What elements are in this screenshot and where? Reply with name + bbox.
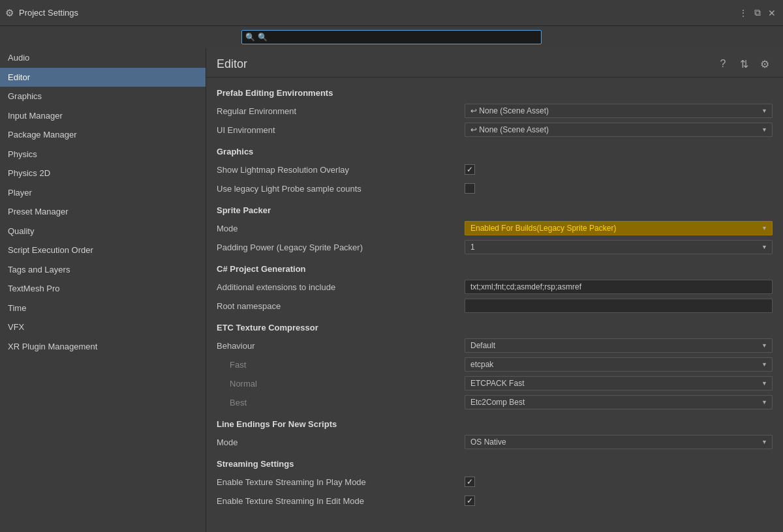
lightmap-overlay-control (465, 164, 773, 175)
streaming-edit-mode-label: Enable Texture Streaming In Edit Mode (217, 496, 465, 506)
section-sprite-packer-title: Sprite Packer (217, 205, 773, 215)
sidebar-item-preset-manager[interactable]: Preset Manager (0, 202, 206, 222)
sidebar-item-player[interactable]: Player (0, 183, 206, 203)
search-wrapper: 🔍 (241, 30, 542, 44)
line-endings-mode-label: Mode (217, 437, 465, 447)
line-endings-mode-dropdown-wrapper: OS Native (465, 435, 773, 449)
root-namespace-input[interactable] (465, 299, 773, 313)
sidebar-item-physics[interactable]: Physics (0, 145, 206, 164)
setting-streaming-play-mode: Enable Texture Streaming In Play Mode (217, 474, 773, 490)
setting-regular-environment: Regular Environment ↩ None (Scene Asset) (217, 103, 773, 119)
light-probe-checkbox-wrapper (465, 183, 773, 194)
sidebar-item-vfx[interactable]: VFX (0, 318, 206, 337)
search-icon: 🔍 (245, 33, 255, 42)
sidebar-item-quality[interactable]: Quality (0, 222, 206, 241)
setting-fast: Fast etcpak (217, 357, 773, 372)
search-input[interactable] (241, 30, 542, 44)
normal-control: ETCPACK Fast (465, 376, 773, 391)
root-namespace-control (465, 299, 773, 313)
streaming-play-mode-checkbox-wrapper (465, 477, 773, 487)
sidebar-item-input-manager[interactable]: Input Manager (0, 106, 206, 126)
best-dropdown-wrapper: Etc2Comp Best (465, 395, 773, 409)
behaviour-dropdown[interactable]: Default (465, 338, 773, 353)
setting-best: Best Etc2Comp Best (217, 394, 773, 410)
streaming-play-mode-checkbox[interactable] (465, 477, 475, 487)
setting-streaming-edit-mode: Enable Texture Streaming In Edit Mode (217, 493, 773, 509)
title-bar-controls: ⋮ ⧉ ✕ (737, 7, 778, 19)
behaviour-label: Behaviour (217, 341, 465, 351)
sprite-mode-dropdown[interactable]: Enabled For Builds(Legacy Sprite Packer) (465, 221, 773, 235)
regular-environment-control: ↩ None (Scene Asset) (465, 104, 773, 118)
ui-environment-label: UI Environment (217, 125, 465, 135)
light-probe-checkbox[interactable] (465, 183, 475, 194)
regular-environment-label: Regular Environment (217, 106, 465, 116)
ui-environment-dropdown-wrapper: ↩ None (Scene Asset) (465, 123, 773, 137)
line-endings-mode-dropdown[interactable]: OS Native (465, 435, 773, 449)
light-probe-label: Use legacy Light Probe sample counts (217, 184, 465, 194)
additional-extensions-control (465, 280, 773, 294)
gear-button[interactable]: ⚙ (757, 56, 773, 72)
sprite-mode-control: Enabled For Builds(Legacy Sprite Packer) (465, 221, 773, 235)
sidebar-item-textmesh-pro[interactable]: TextMesh Pro (0, 279, 206, 299)
adjust-button[interactable]: ⇅ (736, 56, 752, 72)
setting-sprite-mode: Mode Enabled For Builds(Legacy Sprite Pa… (217, 220, 773, 236)
streaming-play-mode-label: Enable Texture Streaming In Play Mode (217, 477, 465, 487)
content-header: Editor ? ⇅ ⚙ (206, 48, 783, 78)
best-label: Best (217, 398, 465, 407)
setting-additional-extensions: Additional extensions to include (217, 279, 773, 295)
light-probe-control (465, 183, 773, 194)
section-prefab-editing-title: Prefab Editing Environments (217, 88, 773, 98)
fast-dropdown[interactable]: etcpak (465, 357, 773, 372)
sidebar-item-physics-2d[interactable]: Physics 2D (0, 164, 206, 183)
maximize-button[interactable]: ⧉ (752, 7, 763, 19)
main-layout: AudioEditorGraphicsInput ManagerPackage … (0, 48, 783, 532)
normal-dropdown[interactable]: ETCPACK Fast (465, 376, 773, 391)
additional-extensions-label: Additional extensions to include (217, 282, 465, 292)
ui-environment-control: ↩ None (Scene Asset) (465, 123, 773, 137)
additional-extensions-input[interactable] (465, 280, 773, 294)
sprite-mode-label: Mode (217, 224, 465, 233)
lightmap-overlay-checkbox[interactable] (465, 164, 475, 175)
streaming-play-mode-control (465, 477, 773, 487)
setting-padding-power: Padding Power (Legacy Sprite Packer) 1 (217, 239, 773, 255)
menu-button[interactable]: ⋮ (737, 7, 749, 19)
title-bar-title: Project Settings (19, 8, 737, 18)
sidebar-item-script-execution-order[interactable]: Script Execution Order (0, 241, 206, 260)
best-control: Etc2Comp Best (465, 395, 773, 409)
streaming-edit-mode-checkbox-wrapper (465, 495, 773, 506)
padding-power-dropdown[interactable]: 1 (465, 240, 773, 254)
sidebar-item-editor[interactable]: Editor (0, 68, 206, 87)
close-button[interactable]: ✕ (766, 7, 778, 19)
fast-label: Fast (217, 360, 465, 370)
padding-power-control: 1 (465, 240, 773, 254)
sidebar-item-graphics[interactable]: Graphics (0, 87, 206, 106)
search-bar: 🔍 (0, 26, 783, 48)
padding-power-dropdown-wrapper: 1 (465, 240, 773, 254)
help-button[interactable]: ? (715, 56, 731, 72)
normal-dropdown-wrapper: ETCPACK Fast (465, 376, 773, 391)
title-bar: ⚙ Project Settings ⋮ ⧉ ✕ (0, 0, 783, 26)
ui-environment-dropdown[interactable]: ↩ None (Scene Asset) (465, 123, 773, 137)
content-area: Editor ? ⇅ ⚙ Prefab Editing Environments… (206, 48, 783, 532)
fast-control: etcpak (465, 357, 773, 372)
streaming-edit-mode-checkbox[interactable] (465, 495, 475, 506)
sidebar-item-package-manager[interactable]: Package Manager (0, 125, 206, 145)
section-graphics-title: Graphics (217, 147, 773, 156)
sidebar-item-tags-and-layers[interactable]: Tags and Layers (0, 260, 206, 280)
sprite-mode-dropdown-wrapper: Enabled For Builds(Legacy Sprite Packer) (465, 221, 773, 235)
sidebar-item-audio[interactable]: Audio (0, 48, 206, 68)
lightmap-overlay-label: Show Lightmap Resolution Overlay (217, 165, 465, 175)
sidebar-item-xr-plugin-management[interactable]: XR Plugin Management (0, 337, 206, 357)
root-namespace-label: Root namespace (217, 301, 465, 311)
fast-dropdown-wrapper: etcpak (465, 357, 773, 372)
best-dropdown[interactable]: Etc2Comp Best (465, 395, 773, 409)
section-streaming-title: Streaming Settings (217, 459, 773, 469)
section-etc-title: ETC Texture Compressor (217, 323, 773, 332)
title-bar-icon: ⚙ (5, 7, 14, 19)
setting-behaviour: Behaviour Default (217, 338, 773, 353)
regular-environment-dropdown-wrapper: ↩ None (Scene Asset) (465, 104, 773, 118)
section-line-endings-title: Line Endings For New Scripts (217, 419, 773, 429)
sidebar: AudioEditorGraphicsInput ManagerPackage … (0, 48, 206, 532)
sidebar-item-time[interactable]: Time (0, 299, 206, 318)
regular-environment-dropdown[interactable]: ↩ None (Scene Asset) (465, 104, 773, 118)
